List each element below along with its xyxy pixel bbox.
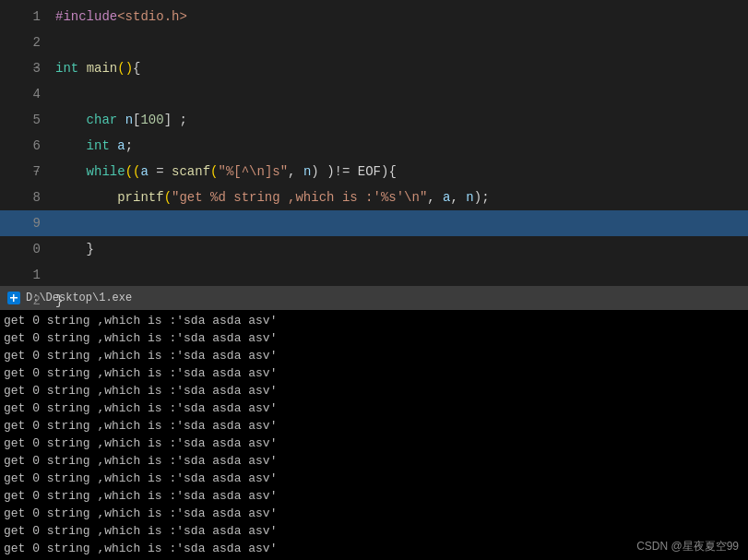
terminal-output[interactable]: get 0 string ,which is :'sda asda asv'ge… bbox=[0, 310, 748, 560]
terminal-line: get 0 string ,which is :'sda asda asv' bbox=[4, 540, 744, 557]
line-number-area: 8 bbox=[0, 190, 48, 205]
line-number-area: 0 bbox=[0, 242, 48, 256]
line-number-area: 6 bbox=[0, 138, 48, 153]
terminal-line: get 0 string ,which is :'sda asda asv' bbox=[4, 417, 744, 435]
terminal-line: get 0 string ,which is :'sda asda asv' bbox=[4, 522, 744, 540]
code-line: 2} bbox=[0, 288, 748, 314]
terminal-line: get 0 string ,which is :'sda asda asv' bbox=[4, 452, 744, 470]
code-line: 9 bbox=[0, 210, 748, 236]
code-line: −3int main(){ bbox=[0, 55, 748, 81]
line-number: 2 bbox=[22, 293, 41, 308]
line-number: 1 bbox=[22, 9, 41, 24]
fold-icon[interactable]: − bbox=[33, 63, 40, 74]
line-number-area: 1 bbox=[0, 9, 48, 24]
line-number: 0 bbox=[22, 242, 41, 256]
terminal-line: get 0 string ,which is :'sda asda asv' bbox=[4, 470, 744, 487]
code-content: } bbox=[48, 293, 748, 308]
line-number-area: 9 bbox=[0, 216, 48, 231]
code-line: 0 } bbox=[0, 236, 748, 262]
code-line: −7 while((a = scanf("%[^\n]s", n) )!= EO… bbox=[0, 159, 748, 185]
line-number: 4 bbox=[22, 87, 41, 101]
code-line: 2 bbox=[0, 30, 748, 55]
terminal-line: get 0 string ,which is :'sda asda asv' bbox=[4, 364, 744, 382]
terminal-line: get 0 string ,which is :'sda asda asv' bbox=[4, 399, 744, 417]
line-number-area: −7 bbox=[0, 164, 48, 179]
code-content: while((a = scanf("%[^\n]s", n) )!= EOF){ bbox=[48, 164, 748, 179]
code-content: int main(){ bbox=[48, 61, 748, 76]
terminal-line: get 0 string ,which is :'sda asda asv' bbox=[4, 382, 744, 399]
line-number: 9 bbox=[22, 216, 41, 231]
line-number-area: 5 bbox=[0, 113, 48, 127]
code-content: } bbox=[48, 242, 748, 256]
line-number-area: −3 bbox=[0, 61, 48, 76]
line-number-area: 4 bbox=[0, 87, 48, 101]
editor-area: 1#include<stdio.h>2−3int main(){45 char … bbox=[0, 0, 748, 286]
line-number: 2 bbox=[22, 35, 41, 50]
line-number-area: 1 bbox=[0, 268, 48, 282]
code-line: 5 char n[100] ; bbox=[0, 107, 748, 133]
line-number: 1 bbox=[22, 268, 41, 282]
fold-icon[interactable]: − bbox=[33, 166, 40, 177]
code-line: 6 int a; bbox=[0, 133, 748, 159]
code-content: int a; bbox=[48, 138, 748, 153]
terminal-line: get 0 string ,which is :'sda asda asv' bbox=[4, 347, 744, 364]
code-content: #include<stdio.h> bbox=[48, 9, 748, 24]
terminal-line: get 0 string ,which is :'sda asda asv' bbox=[4, 505, 744, 522]
line-number: 5 bbox=[22, 113, 41, 127]
terminal-line: get 0 string ,which is :'sda asda asv' bbox=[4, 312, 744, 329]
line-number-area: 2 bbox=[0, 293, 48, 308]
code-line: 8 printf("get %d string ,which is :'%s'\… bbox=[0, 185, 748, 210]
page-wrapper: 1#include<stdio.h>2−3int main(){45 char … bbox=[0, 0, 748, 560]
line-number: 8 bbox=[22, 190, 41, 205]
line-number: 6 bbox=[22, 138, 41, 153]
code-line: 1#include<stdio.h> bbox=[0, 4, 748, 30]
code-content: char n[100] ; bbox=[48, 113, 748, 127]
terminal-line: get 0 string ,which is :'sda asda asv' bbox=[4, 487, 744, 505]
code-line: 4 bbox=[0, 81, 748, 107]
line-number-area: 2 bbox=[0, 35, 48, 50]
code-line: 1 bbox=[0, 262, 748, 288]
terminal-container: D:\Desktop\1.exe get 0 string ,which is … bbox=[0, 286, 748, 560]
watermark: CSDN @星夜夏空99 bbox=[636, 539, 739, 554]
terminal-line: get 0 string ,which is :'sda asda asv' bbox=[4, 329, 744, 347]
code-content: printf("get %d string ,which is :'%s'\n"… bbox=[48, 190, 748, 205]
code-container: 1#include<stdio.h>2−3int main(){45 char … bbox=[0, 0, 748, 317]
terminal-line: get 0 string ,which is :'sda asda asv' bbox=[4, 435, 744, 452]
